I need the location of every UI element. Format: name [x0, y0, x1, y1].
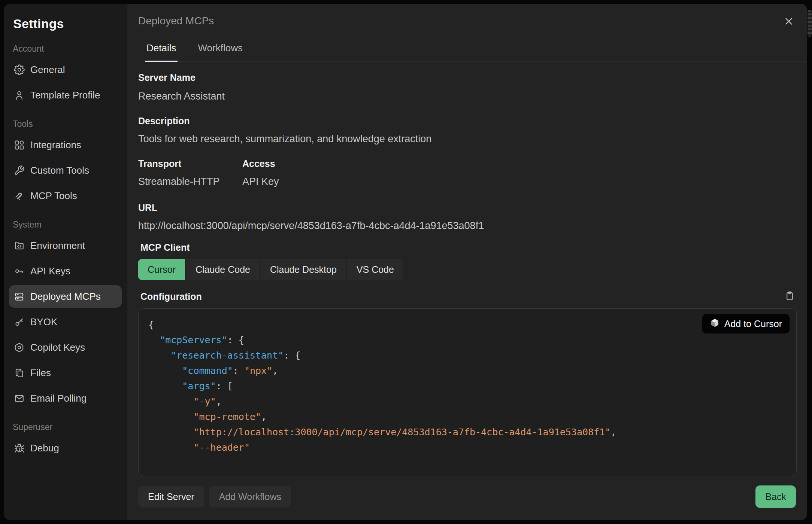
sidebar-section-label-tools: Tools: [13, 119, 122, 129]
server-icon: [13, 291, 25, 302]
mail-icon: [13, 393, 25, 404]
sidebar-item-files[interactable]: Files: [9, 362, 122, 384]
close-button[interactable]: [782, 14, 796, 30]
sidebar-item-debug[interactable]: Debug: [9, 437, 122, 459]
edit-server-button[interactable]: Edit Server: [138, 486, 204, 508]
sidebar-item-integrations[interactable]: Integrations: [9, 134, 122, 156]
code-line: "args": [: [148, 378, 787, 394]
mcp-icon: [13, 190, 25, 201]
cursor-cube-icon: [710, 318, 720, 330]
close-icon: [783, 22, 794, 28]
transport-value: Streamable-HTTP: [138, 176, 242, 188]
access-value: API Key: [242, 176, 279, 188]
sidebar-item-label: General: [30, 64, 65, 76]
grid-icon: [13, 139, 25, 150]
mcp-client-label: MCP Client: [140, 242, 797, 253]
mcp-client-group: CursorClaude CodeClaude DesktopVS Code: [138, 259, 797, 280]
footer: Edit Server Add Workflows Back: [127, 476, 807, 520]
gear-icon: [13, 64, 25, 75]
configuration-label: Configuration: [140, 291, 202, 302]
sidebar-item-custom-tools[interactable]: Custom Tools: [9, 159, 122, 182]
client-button-vs-code[interactable]: VS Code: [347, 259, 403, 280]
sidebar-item-api-keys[interactable]: API Keys: [9, 260, 122, 282]
hexagon-icon: [13, 342, 25, 353]
url-label: URL: [138, 202, 797, 213]
code-line: "http://localhost:3000/api/mcp/serve/485…: [148, 424, 787, 440]
sidebar-item-label: Integrations: [30, 139, 81, 151]
back-button[interactable]: Back: [755, 485, 796, 508]
access-label: Access: [242, 158, 279, 169]
sidebar-item-label: API Keys: [30, 265, 70, 277]
settings-title: Settings: [13, 16, 122, 31]
sidebar-section-label-account: Account: [13, 44, 122, 54]
bug-icon: [13, 442, 25, 454]
sidebar-item-label: Debug: [30, 442, 59, 454]
sidebar-item-label: Template Profile: [30, 89, 100, 101]
person-icon: [13, 89, 25, 101]
code-content: { "mcpServers": { "research-assistant": …: [148, 317, 787, 455]
files-icon: [13, 367, 25, 378]
server-name-value: Research Assistant: [138, 91, 797, 102]
page-scrollbar-thumb[interactable]: [808, 10, 812, 37]
sidebar-item-copilot-keys[interactable]: Copilot Keys: [9, 336, 122, 359]
code-line: {: [148, 317, 787, 332]
key-icon: [13, 265, 25, 277]
description-label: Description: [138, 116, 797, 127]
description-value: Tools for web research, summarization, a…: [138, 133, 797, 145]
client-button-claude-desktop[interactable]: Claude Desktop: [261, 259, 346, 280]
tab-bar: DetailsWorkflows: [145, 42, 807, 62]
folder-code-icon: [13, 240, 25, 251]
sidebar-item-label: Deployed MCPs: [30, 291, 101, 302]
sidebar-item-label: Email Polling: [30, 393, 87, 404]
code-line: "mcpServers": {: [148, 332, 787, 348]
sidebar-item-label: Copilot Keys: [30, 342, 85, 353]
sidebar-item-byok[interactable]: BYOK: [9, 311, 122, 333]
sidebar-item-label: Custom Tools: [30, 165, 89, 176]
tab-workflows[interactable]: Workflows: [196, 42, 244, 62]
sidebar-item-deployed-mcps[interactable]: Deployed MCPs: [9, 285, 122, 308]
main-header: Deployed MCPs: [127, 4, 807, 30]
sidebar-item-environment[interactable]: Environment: [9, 234, 122, 257]
sidebar-item-label: Environment: [30, 240, 85, 252]
sidebar: Settings AccountGeneralTemplate ProfileT…: [4, 4, 127, 520]
transport-label: Transport: [138, 158, 242, 169]
sidebar-item-label: Files: [30, 367, 51, 379]
code-line: "--header": [148, 440, 787, 455]
key-angled-icon: [13, 316, 25, 328]
url-value: http://localhost:3000/api/mcp/serve/4853…: [138, 220, 797, 232]
sidebar-item-template-profile[interactable]: Template Profile: [9, 84, 122, 106]
tab-details[interactable]: Details: [145, 42, 178, 62]
add-workflows-button[interactable]: Add Workflows: [209, 486, 291, 508]
code-line: "command": "npx",: [148, 363, 787, 378]
page-background: Settings AccountGeneralTemplate ProfileT…: [0, 0, 812, 524]
sidebar-section-label-superuser: Superuser: [13, 422, 122, 432]
code-line: "research-assistant": {: [148, 348, 787, 363]
sidebar-sections: AccountGeneralTemplate ProfileToolsInteg…: [9, 44, 122, 459]
client-button-cursor[interactable]: Cursor: [138, 259, 185, 280]
server-name-label: Server Name: [138, 72, 797, 83]
client-button-claude-code[interactable]: Claude Code: [186, 259, 260, 280]
copy-configuration-button[interactable]: [784, 290, 796, 303]
wrench-icon: [13, 165, 25, 176]
add-to-cursor-label: Add to Cursor: [724, 319, 782, 329]
details-content: Server Name Research Assistant Descripti…: [127, 62, 807, 476]
sidebar-section-label-system: System: [13, 220, 122, 230]
page-title: Deployed MCPs: [138, 15, 214, 27]
main-panel: Deployed MCPs DetailsWorkflows Server Na…: [127, 4, 807, 520]
sidebar-item-general[interactable]: General: [9, 58, 122, 81]
add-to-cursor-button[interactable]: Add to Cursor: [702, 314, 790, 333]
configuration-code-block[interactable]: { "mcpServers": { "research-assistant": …: [138, 308, 797, 476]
clipboard-icon: [784, 297, 795, 302]
code-line: "-y",: [148, 394, 787, 409]
sidebar-item-email-polling[interactable]: Email Polling: [9, 387, 122, 409]
settings-modal: Settings AccountGeneralTemplate ProfileT…: [4, 4, 807, 520]
sidebar-item-label: BYOK: [30, 316, 57, 328]
code-line: "mcp-remote",: [148, 409, 787, 424]
sidebar-item-label: MCP Tools: [30, 190, 77, 202]
sidebar-item-mcp-tools[interactable]: MCP Tools: [9, 185, 122, 207]
